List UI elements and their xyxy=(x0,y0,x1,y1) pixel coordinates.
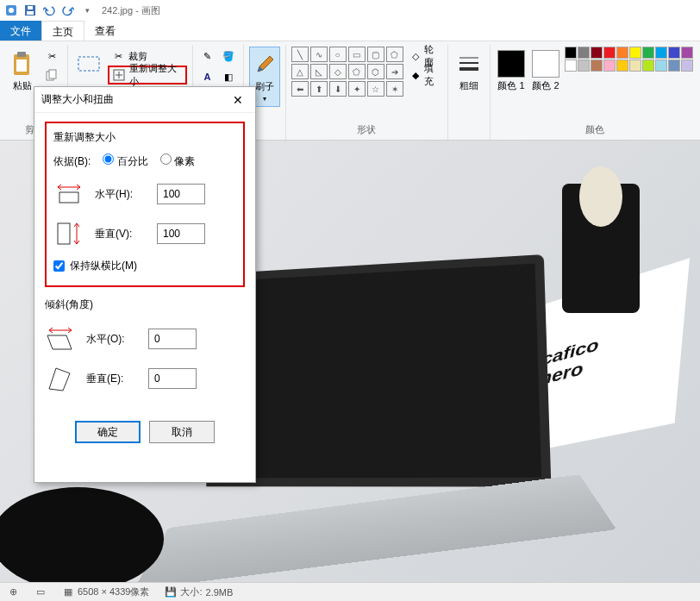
palette-color[interactable] xyxy=(655,47,667,59)
palette-color[interactable] xyxy=(642,47,654,59)
select-button[interactable] xyxy=(73,47,104,81)
shape-star4[interactable]: ✦ xyxy=(348,81,366,97)
color1-button[interactable]: 颜色 1 xyxy=(496,47,527,96)
thickness-button[interactable]: 粗细 xyxy=(453,47,484,96)
menu-bar: 文件 主页 查看 xyxy=(0,21,700,41)
palette-color[interactable] xyxy=(603,59,616,72)
shape-arrow-d[interactable]: ⬇ xyxy=(329,81,347,97)
shape-curve[interactable]: ∿ xyxy=(310,47,328,62)
svg-rect-15 xyxy=(59,192,78,203)
resize-dialog: 调整大小和扭曲 ✕ 重新调整大小 依据(B): 百分比 像素 水平(H): 垂直… xyxy=(34,86,256,483)
palette-color[interactable] xyxy=(591,47,603,59)
horiz-input[interactable] xyxy=(157,184,205,204)
skew-v-pictogram xyxy=(45,364,76,393)
ok-button[interactable]: 确定 xyxy=(75,421,141,443)
palette-color[interactable] xyxy=(681,47,693,59)
palette-color[interactable] xyxy=(578,47,590,59)
status-selection: ▭ xyxy=(34,586,47,598)
shape-arrow-u[interactable]: ⬆ xyxy=(310,81,328,97)
shape-rtriangle[interactable]: ◺ xyxy=(310,64,328,79)
dims-icon: ▦ xyxy=(62,586,74,598)
vert-input[interactable] xyxy=(157,223,205,244)
dialog-titlebar[interactable]: 调整大小和扭曲 ✕ xyxy=(34,87,255,113)
resize-icon xyxy=(113,68,126,82)
shape-arrow-l[interactable]: ⬅ xyxy=(291,81,309,97)
vert-pictogram xyxy=(53,219,84,248)
copy-button[interactable] xyxy=(41,66,62,85)
palette-color[interactable] xyxy=(642,59,654,72)
palette-color[interactable] xyxy=(629,47,641,59)
text-tool[interactable]: A xyxy=(198,67,217,86)
palette-color[interactable] xyxy=(668,47,680,59)
selection-size-icon: ▭ xyxy=(34,586,47,598)
color1-swatch xyxy=(497,50,525,78)
shape-rect[interactable]: ▭ xyxy=(348,47,366,62)
color2-swatch xyxy=(532,50,559,78)
svg-rect-3 xyxy=(27,11,34,15)
skew-h-pictogram xyxy=(45,324,76,354)
fill-icon: ◆ xyxy=(410,68,421,82)
palette-color[interactable] xyxy=(616,59,628,72)
skew-v-input[interactable] xyxy=(148,368,197,389)
horiz-label: 水平(H): xyxy=(95,187,147,202)
ribbon-group-shapes: ╲ ∿ ○ ▭ ▢ ⬠ △ ◺ ◇ ⬠ ⬡ ➔ ⬅ ⬆ ⬇ ✦ ☆ ✶ ◇轮廓 xyxy=(286,45,448,140)
undo-icon[interactable] xyxy=(41,3,57,18)
select-icon xyxy=(75,50,103,78)
crop-icon: ✂ xyxy=(111,49,125,63)
ribbon-group-thickness: 粗细 xyxy=(448,45,491,140)
shape-fill-button[interactable]: ◆填充 xyxy=(407,66,442,85)
eraser-tool[interactable]: ◧ xyxy=(219,67,238,86)
close-icon[interactable]: ✕ xyxy=(228,90,248,110)
redo-icon[interactable] xyxy=(60,3,76,18)
menu-home[interactable]: 主页 xyxy=(41,21,84,41)
skew-h-input[interactable] xyxy=(148,329,197,349)
palette-color[interactable] xyxy=(616,47,628,59)
outline-icon: ◇ xyxy=(410,49,421,63)
save-icon[interactable] xyxy=(22,3,38,18)
shape-hexagon[interactable]: ⬡ xyxy=(367,64,384,79)
shape-triangle[interactable]: △ xyxy=(291,64,309,79)
shape-diamond[interactable]: ◇ xyxy=(329,64,347,79)
color2-button[interactable]: 颜色 2 xyxy=(530,47,561,96)
palette-color[interactable] xyxy=(655,59,667,72)
eraser-icon: ◧ xyxy=(222,70,234,84)
pencil-tool[interactable]: ✎ xyxy=(198,47,217,66)
shape-oval[interactable]: ○ xyxy=(329,47,347,62)
svg-rect-9 xyxy=(49,70,56,78)
pencil-icon: ✎ xyxy=(202,49,214,63)
svg-point-1 xyxy=(9,8,14,13)
status-cursor: ⊕ xyxy=(7,586,19,598)
cancel-button[interactable]: 取消 xyxy=(149,421,215,443)
radio-percent[interactable]: 百分比 xyxy=(103,153,147,169)
horiz-pictogram xyxy=(53,179,84,209)
shape-arrow-r[interactable]: ➔ xyxy=(386,64,403,79)
shapes-gallery[interactable]: ╲ ∿ ○ ▭ ▢ ⬠ △ ◺ ◇ ⬠ ⬡ ➔ ⬅ ⬆ ⬇ ✦ ☆ ✶ xyxy=(291,47,403,97)
palette-color[interactable] xyxy=(565,59,577,72)
resize-button[interactable]: 重新调整大小 xyxy=(108,66,187,85)
shapes-group-label: 形状 xyxy=(291,122,442,138)
menu-view[interactable]: 查看 xyxy=(84,21,126,41)
palette-color[interactable] xyxy=(668,59,680,72)
radio-pixels[interactable]: 像素 xyxy=(160,153,195,169)
keep-aspect-checkbox[interactable]: 保持纵横比(M) xyxy=(53,259,236,273)
shape-roundrect[interactable]: ▢ xyxy=(367,47,384,62)
shape-line[interactable]: ╲ xyxy=(291,47,309,62)
shape-star6[interactable]: ✶ xyxy=(386,81,403,97)
palette-color[interactable] xyxy=(591,59,603,72)
qat-dropdown-icon[interactable]: ▾ xyxy=(79,3,95,18)
palette-color[interactable] xyxy=(565,47,577,59)
svg-rect-10 xyxy=(78,57,99,71)
cut-button[interactable]: ✂ xyxy=(41,47,62,66)
fill-tool[interactable]: 🪣 xyxy=(219,47,238,66)
shape-pentagon[interactable]: ⬠ xyxy=(348,64,366,79)
palette-color[interactable] xyxy=(681,59,693,72)
shape-star5[interactable]: ☆ xyxy=(367,81,384,97)
palette-color[interactable] xyxy=(629,59,641,72)
palette-color[interactable] xyxy=(578,59,590,72)
palette-color[interactable] xyxy=(603,47,616,59)
bowl-prop xyxy=(0,487,164,582)
ribbon-group-colors: 颜色 1 颜色 2 颜色 xyxy=(491,45,698,140)
copy-icon xyxy=(45,68,59,82)
menu-file[interactable]: 文件 xyxy=(0,21,41,41)
shape-polygon[interactable]: ⬠ xyxy=(386,47,403,62)
